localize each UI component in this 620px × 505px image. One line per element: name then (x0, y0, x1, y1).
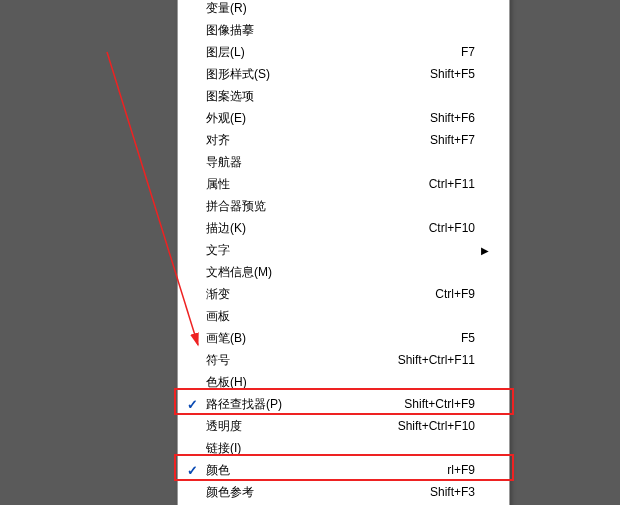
check-icon: ✓ (187, 398, 198, 411)
menu-item[interactable]: 文字▶ (178, 239, 509, 261)
menu-item-label: 符号 (206, 352, 378, 369)
menu-item[interactable]: 描边(K)Ctrl+F10 (178, 217, 509, 239)
menu-item[interactable]: 图案选项 (178, 85, 509, 107)
check-icon: ✓ (187, 464, 198, 477)
menu-item-label: 属性 (206, 176, 409, 193)
menu-item[interactable]: 颜色参考Shift+F3 (178, 481, 509, 503)
menu-item[interactable]: 符号Shift+Ctrl+F11 (178, 349, 509, 371)
menu-item-label: 变量(R) (206, 0, 455, 17)
menu-item-shortcut: Shift+F5 (410, 67, 475, 81)
menu-item-label: 颜色 (206, 462, 427, 479)
menu-item-label: 对齐 (206, 132, 410, 149)
menu-item[interactable]: 属性Ctrl+F11 (178, 173, 509, 195)
menu-item[interactable]: 渐变Ctrl+F9 (178, 283, 509, 305)
menu-item-shortcut: Shift+Ctrl+F10 (378, 419, 475, 433)
menu-item-shortcut: rl+F9 (427, 463, 475, 477)
menu-item-label: 文字 (206, 242, 455, 259)
menu-item[interactable]: 链接(I) (178, 437, 509, 459)
menu-item-shortcut: Ctrl+F11 (409, 177, 475, 191)
menu-item[interactable]: 外观(E)Shift+F6 (178, 107, 509, 129)
menu-item[interactable]: 画板 (178, 305, 509, 327)
menu-item[interactable]: 图像描摹 (178, 19, 509, 41)
menu-item-shortcut: F7 (441, 45, 475, 59)
menu-item-shortcut: Ctrl+F10 (409, 221, 475, 235)
menu-item[interactable]: 对齐Shift+F7 (178, 129, 509, 151)
menu-item-label: 文档信息(M) (206, 264, 455, 281)
menu-item-label: 渐变 (206, 286, 415, 303)
menu-item-label: 图形样式(S) (206, 66, 410, 83)
menu-item-shortcut: Shift+F6 (410, 111, 475, 125)
window-menu-dropdown[interactable]: 变量(R)图像描摹图层(L)F7图形样式(S)Shift+F5图案选项外观(E)… (177, 0, 510, 505)
menu-item-label: 图像描摹 (206, 22, 455, 39)
menu-item-label: 图层(L) (206, 44, 441, 61)
menu-item[interactable]: ✓颜色rl+F9 (178, 459, 509, 481)
menu-item-label: 拼合器预览 (206, 198, 455, 215)
menu-item[interactable]: 拼合器预览 (178, 195, 509, 217)
menu-item[interactable]: 图层(L)F7 (178, 41, 509, 63)
menu-item-shortcut: Shift+F7 (410, 133, 475, 147)
menu-item[interactable]: 透明度Shift+Ctrl+F10 (178, 415, 509, 437)
menu-item[interactable]: 图形样式(S)Shift+F5 (178, 63, 509, 85)
menu-item-label: 透明度 (206, 418, 378, 435)
menu-item-shortcut: Ctrl+F9 (415, 287, 475, 301)
menu-item-label: 画笔(B) (206, 330, 441, 347)
menu-item-shortcut: Shift+F3 (410, 485, 475, 499)
menu-item-label: 颜色参考 (206, 484, 410, 501)
check-column: ✓ (178, 398, 206, 411)
menu-item[interactable]: 画笔(B)F5 (178, 327, 509, 349)
check-column: ✓ (178, 464, 206, 477)
menu-item[interactable]: 色板(H) (178, 371, 509, 393)
menu-item-label: 链接(I) (206, 440, 455, 457)
menu-item-shortcut: F5 (441, 331, 475, 345)
menu-item-label: 图案选项 (206, 88, 455, 105)
menu-item-label: 外观(E) (206, 110, 410, 127)
menu-item-label: 画板 (206, 308, 455, 325)
menu-item-label: 导航器 (206, 154, 455, 171)
submenu-arrow-icon: ▶ (475, 245, 489, 256)
menu-item-label: 路径查找器(P) (206, 396, 384, 413)
menu-item[interactable]: 文档信息(M) (178, 261, 509, 283)
menu-item[interactable]: ✓路径查找器(P)Shift+Ctrl+F9 (178, 393, 509, 415)
menu-item[interactable]: 变量(R) (178, 0, 509, 19)
menu-item-shortcut: Shift+Ctrl+F9 (384, 397, 475, 411)
menu-item-label: 色板(H) (206, 374, 455, 391)
menu-item-shortcut: Shift+Ctrl+F11 (378, 353, 475, 367)
menu-item[interactable]: 导航器 (178, 151, 509, 173)
menu-item-label: 描边(K) (206, 220, 409, 237)
